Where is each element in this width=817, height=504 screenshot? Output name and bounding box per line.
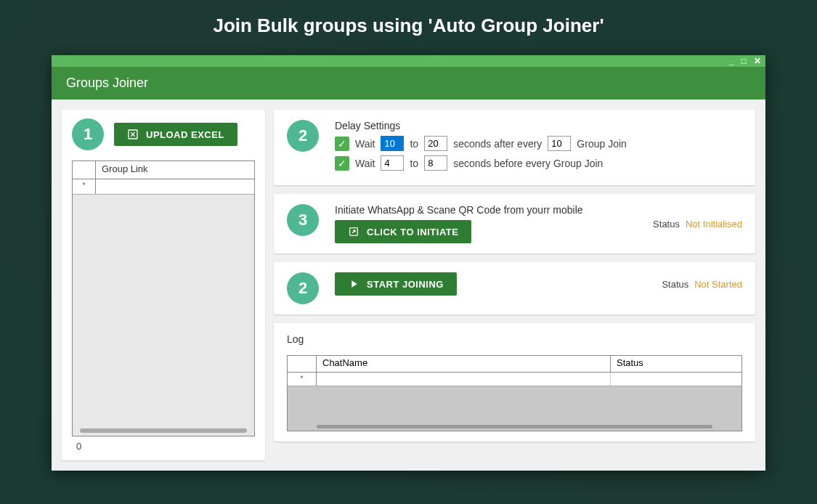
upload-button-label: UPLOAD EXCEL [146,129,224,140]
log-header-chatname: ChatName [317,356,611,372]
log-title: Log [287,333,742,345]
delay-settings-section: 2 Delay Settings ✓ Wait to seconds after… [274,110,755,185]
delay-row-2: ✓ Wait to seconds before every Group Joi… [335,155,742,171]
delay-checkbox-1[interactable]: ✓ [335,137,349,151]
group-link-table[interactable]: Group Link * [72,160,255,436]
launch-icon [348,226,359,237]
window-title: Groups Joiner [52,67,765,99]
maximize-button[interactable]: □ [741,57,747,65]
step-4-circle: 2 [287,272,319,304]
start-joining-button[interactable]: START JOINING [335,272,457,296]
log-section: Log ChatName Status * [274,323,755,442]
play-icon [348,278,359,290]
log-header-status: Status [611,356,741,372]
log-cell-chatname[interactable] [317,373,611,386]
initiate-section: 3 Initiate WhatsApp & Scane QR Code from… [274,194,755,253]
row-count: 0 [72,441,255,452]
log-table[interactable]: ChatName Status * [287,355,742,431]
step-3-circle: 3 [287,204,319,236]
row-marker: * [73,179,96,194]
initiate-instruction: Initiate WhatsApp & Scane QR Code from y… [335,204,583,216]
start-button-label: START JOINING [367,279,444,290]
upload-excel-button[interactable]: UPLOAD EXCEL [114,123,237,146]
initiate-status: Status Not Initialised [653,219,742,229]
delay-title: Delay Settings [335,120,742,131]
log-row-marker: * [288,373,317,386]
status-label-2: Status [662,279,688,290]
status-value: Not Initialised [686,219,742,229]
log-cell-status[interactable] [611,373,741,386]
horizontal-scrollbar[interactable] [80,428,247,433]
page-title: Join Bulk groups using 'Auto Group Joine… [0,15,817,37]
delay-min-1[interactable] [381,136,404,151]
log-scrollbar[interactable] [317,425,712,428]
step-2-circle: 2 [287,120,319,152]
status-label: Status [653,219,680,229]
initiate-button-label: CLICK TO INITIATE [367,227,458,237]
table-header-group-link: Group Link [96,161,254,179]
upload-panel: 1 UPLOAD EXCEL Group Link * 0 [62,110,265,460]
app-window: _ □ ✕ Groups Joiner 1 UPLOAD EXCEL Group… [52,55,765,471]
wait-label-2: Wait [355,158,375,169]
delay-max-2[interactable] [424,155,447,171]
to-label-2: to [410,158,418,169]
log-corner [288,356,317,372]
content-area: 1 UPLOAD EXCEL Group Link * 0 [52,99,765,471]
delay-row-1: ✓ Wait to seconds after every Group Join [335,136,742,151]
delay-count-1[interactable] [548,136,571,151]
table-corner [73,161,96,179]
after-label: seconds after every [453,138,542,150]
delay-max-1[interactable] [424,136,447,151]
row-cell[interactable] [96,179,254,194]
start-section: 2 START JOINING Status Not Started [274,262,755,314]
step-1-circle: 1 [72,118,104,150]
wait-label: Wait [355,138,375,150]
start-status: Status Not Started [662,279,742,290]
minimize-button[interactable]: _ [729,57,734,65]
after-label-2: seconds before every Group Join [453,158,603,169]
log-row[interactable]: * [288,373,741,386]
table-row[interactable]: * [73,179,254,195]
suffix-label: Group Join [577,138,626,150]
status-value-2: Not Started [694,279,742,290]
delay-min-2[interactable] [381,155,404,171]
excel-icon [127,129,139,140]
right-column: 2 Delay Settings ✓ Wait to seconds after… [274,110,755,460]
titlebar: _ □ ✕ [52,55,765,67]
click-to-initiate-button[interactable]: CLICK TO INITIATE [335,220,471,243]
close-button[interactable]: ✕ [754,57,761,65]
delay-checkbox-2[interactable]: ✓ [335,156,349,171]
to-label: to [410,138,418,150]
